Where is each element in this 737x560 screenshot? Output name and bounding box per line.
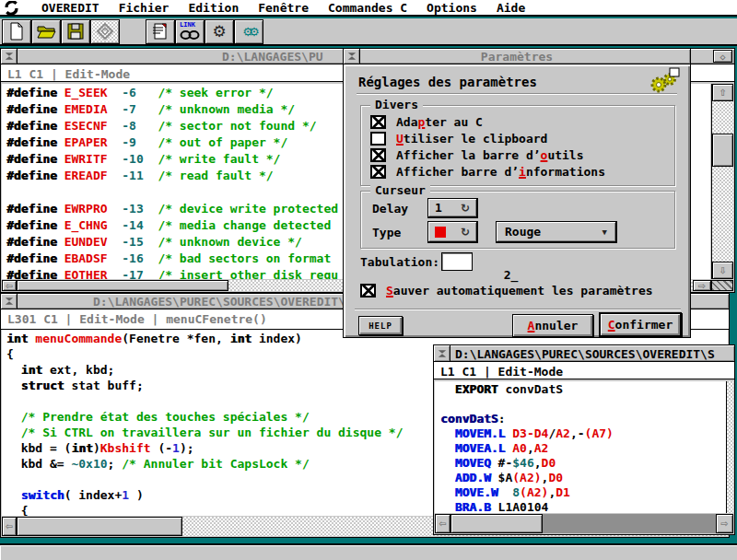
tabulation-input[interactable]: 2_: [441, 252, 473, 271]
checkbox-row[interactable]: Afficher barre d’informations: [361, 163, 674, 180]
checkbox-label: Afficher la barre d’outils: [396, 148, 584, 162]
cursor-type-spinner[interactable]: ↻: [427, 221, 478, 243]
status-bar: [0, 543, 737, 560]
group-curseur-label: Curseur: [370, 183, 430, 197]
menu-fen-tre[interactable]: Fenêtre: [258, 1, 309, 15]
tabulation-label: Tabulation:: [360, 255, 439, 269]
checkbox[interactable]: [370, 165, 386, 179]
open-folder-icon: [36, 21, 56, 41]
code-line: MOVEA.L A0,A2: [440, 441, 726, 456]
link-label: LINK: [180, 21, 195, 29]
group-curseur: Curseur Delay 1 ↻ Type ↻ Rouge ▼: [360, 191, 675, 249]
fuller-icon[interactable]: ◇: [713, 50, 732, 63]
scroll-left-icon[interactable]: ⇦: [2, 280, 17, 291]
code-line: convDatS:: [440, 412, 726, 426]
checkbox-label: Adapter au C: [396, 115, 483, 129]
window2-title: D:\LANGAGES\PUREC\SOURCES\OVEREDIT\: [93, 295, 345, 309]
chain-link-icon: [180, 28, 200, 42]
horizontal-scroll-thumb[interactable]: [17, 517, 182, 536]
save-params-label: Sauver automatiquement les paramètres: [386, 284, 653, 298]
new-file-icon: [6, 21, 27, 41]
checkbox[interactable]: [370, 132, 386, 146]
scroll-up-icon[interactable]: ⇧: [712, 84, 733, 101]
checkbox-label: Afficher barre d’informations: [396, 165, 605, 179]
code-line: MOVEM.L D3-D4/A2,-(A7): [440, 426, 726, 441]
code-line: EXPORT convDatS: [440, 382, 726, 397]
scroll-left-icon[interactable]: ⇦: [2, 517, 17, 536]
delay-label: Delay: [372, 202, 408, 216]
double-gear-icon: ⚙⚙: [242, 26, 254, 38]
save-floppy-icon: [65, 21, 86, 41]
window3-horizontal-scrollbar[interactable]: ⇦ ⇨: [435, 514, 733, 533]
cycle-icon: ↻: [461, 202, 470, 215]
cancel-button[interactable]: Annuler: [512, 314, 593, 337]
code-line: ADD.W $A(A2),D0: [440, 471, 726, 485]
save-params-row[interactable]: Sauver automatiquement les paramètres: [351, 282, 653, 298]
checkbox-label: Utiliser le clipboard: [396, 132, 547, 146]
close-icon[interactable]: [434, 345, 450, 361]
scroll-down-icon[interactable]: ⇩: [712, 262, 733, 279]
diamond-tool-button[interactable]: [90, 19, 120, 44]
menu-options[interactable]: Options: [427, 1, 477, 15]
settings-button[interactable]: ⚙: [205, 19, 234, 44]
scroll-left-icon[interactable]: ⇦: [435, 514, 450, 533]
window3-titlebar[interactable]: D:\LANGAGES\PUREC\SOURCES\OVEREDIT\S: [434, 345, 734, 362]
close-glyph-icon: [5, 297, 14, 306]
close-glyph-icon: [5, 52, 14, 61]
resize-handle[interactable]: [711, 280, 733, 291]
save-file-button[interactable]: [61, 19, 90, 44]
cancel-button-label: Annuler: [528, 319, 579, 332]
open-file-button[interactable]: [31, 19, 61, 44]
scroll-right-icon[interactable]: ⇨: [716, 514, 733, 533]
code-line: [440, 397, 726, 412]
vertical-scroll-thumb[interactable]: [712, 134, 733, 167]
window1-vertical-scrollbar[interactable]: ⇧ ⇩: [711, 84, 733, 279]
menu-fichier[interactable]: Fichier: [119, 1, 170, 15]
dialog-divider: [355, 309, 681, 310]
app-logo-icon: [5, 1, 18, 15]
desktop: OVEREDITFichierEditionFenêtreCommandes C…: [0, 0, 737, 560]
cursor-color-swatch: [435, 227, 446, 238]
save-params-checkbox[interactable]: [360, 284, 376, 298]
gears-settings-icon: [648, 67, 681, 99]
help-button[interactable]: HELP: [358, 316, 403, 335]
diamond-icon: [95, 21, 115, 41]
heading-rule: [357, 93, 677, 95]
code-line: MOVE.W 8(A2),D1: [440, 485, 726, 500]
text-cursor: _: [510, 268, 518, 282]
menu-aide[interactable]: Aide: [497, 1, 525, 15]
horizontal-scroll-thumb[interactable]: [450, 514, 543, 533]
compile-button[interactable]: [146, 19, 175, 44]
checkbox-row[interactable]: Adapter au C: [361, 113, 674, 130]
delay-spinner[interactable]: 1 ↻: [427, 198, 478, 218]
confirm-button-label: Confirmer: [608, 318, 673, 332]
link-button[interactable]: LINK: [175, 19, 205, 44]
window-assembler: D:\LANGAGES\PUREC\SOURCES\OVEREDIT\S L1 …: [433, 344, 735, 535]
cursor-color-dropdown[interactable]: Rouge ▼: [496, 221, 617, 243]
dialog-heading: Réglages des paramètres: [358, 75, 537, 89]
menu-overedit[interactable]: OVEREDIT: [41, 1, 99, 15]
window3-vertical-scrollbar[interactable]: [726, 381, 733, 513]
code-line: MOVEQ #-$46,D0: [440, 456, 726, 471]
code-line: BRA.B L1A0104: [440, 500, 726, 513]
checkbox[interactable]: [370, 148, 386, 162]
checkbox[interactable]: [370, 115, 386, 129]
group-divers: Divers Adapter au CUtiliser le clipboard…: [360, 105, 675, 186]
close-icon[interactable]: [1, 49, 18, 64]
dialog-titlebar[interactable]: Paramètres: [344, 49, 690, 64]
confirm-button[interactable]: Confirmer: [599, 312, 682, 337]
menu-commandes-c[interactable]: Commandes C: [328, 1, 407, 15]
new-file-button[interactable]: [2, 19, 31, 44]
delay-value: 1: [435, 201, 442, 215]
horizontal-scroll-thumb[interactable]: [17, 280, 228, 291]
checkbox-row[interactable]: Afficher la barre d’outils: [361, 146, 674, 163]
build-options-button[interactable]: ⚙⚙: [234, 19, 263, 44]
chevron-down-icon: ▼: [602, 228, 607, 237]
window3-editor[interactable]: EXPORT convDatS convDatS: MOVEM.L D3-D4/…: [435, 381, 726, 513]
checkbox-row[interactable]: Utiliser le clipboard: [361, 130, 674, 146]
close-icon[interactable]: [1, 294, 18, 309]
scroll-track[interactable]: [543, 514, 716, 533]
menu-edition[interactable]: Edition: [188, 1, 239, 15]
scroll-right-icon[interactable]: ⇨: [693, 280, 711, 291]
help-button-label: HELP: [368, 321, 392, 331]
